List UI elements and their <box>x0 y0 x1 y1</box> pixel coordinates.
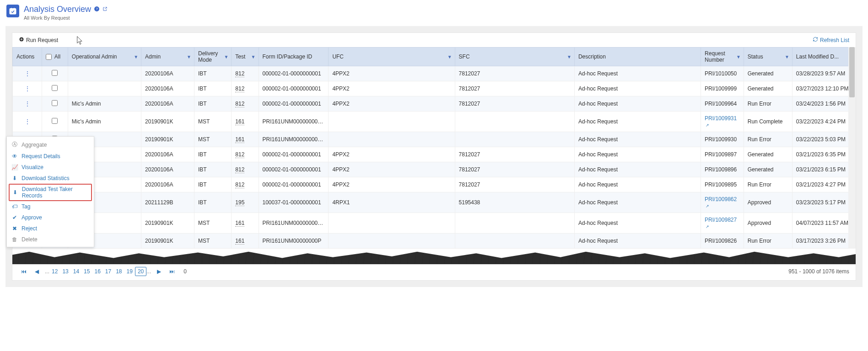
row-checkbox[interactable] <box>52 118 58 124</box>
col-last-modified[interactable]: Last Modified D...▼ <box>792 48 855 66</box>
test-link[interactable]: 195 <box>235 199 244 206</box>
menu-delete[interactable]: 🗑 Delete <box>7 234 94 245</box>
cell-request-number: PRI/1009826 <box>701 234 744 249</box>
test-link[interactable]: 812 <box>235 101 244 107</box>
request-number-link[interactable]: PRI/1009862↗ <box>705 196 737 209</box>
pager-next[interactable]: ▶ <box>155 267 163 276</box>
filter-icon[interactable]: ▼ <box>736 54 741 59</box>
menu-download-test-taker-records[interactable]: ⬇ Download Test Taker Records <box>9 184 92 201</box>
pager-page[interactable]: 13 <box>60 267 70 276</box>
pager-page[interactable]: 19 <box>124 267 135 276</box>
cell-status: Run Error <box>744 96 792 112</box>
pager-page[interactable]: 17 <box>103 267 113 276</box>
col-admin[interactable]: Admin▼ <box>141 48 194 66</box>
row-actions-button[interactable]: ⋮ <box>13 66 42 81</box>
pager-page[interactable]: 18 <box>113 267 124 276</box>
menu-reject[interactable]: ✖ Reject <box>7 223 94 234</box>
test-link[interactable]: 812 <box>235 70 244 77</box>
popout-icon[interactable] <box>102 6 108 13</box>
help-icon[interactable]: ? <box>94 6 100 13</box>
row-checkbox[interactable] <box>52 85 58 91</box>
pager-page[interactable]: 20 <box>135 267 146 276</box>
cell-test: 812 <box>232 66 259 81</box>
col-all[interactable]: All <box>42 48 68 66</box>
test-link[interactable]: 161 <box>235 220 244 227</box>
cell-last-modified: 03/27/2023 12:10 PM <box>792 81 855 96</box>
cell-form: 000002-01-0000000001 <box>259 162 329 177</box>
menu-visualize[interactable]: 📈 Visualize <box>7 162 94 173</box>
filter-icon[interactable]: ▼ <box>447 54 452 59</box>
test-link[interactable]: 161 <box>235 238 244 245</box>
cell-admin: 20200106A <box>141 177 194 192</box>
filter-icon[interactable]: ▼ <box>187 54 191 59</box>
col-status[interactable]: Status▼ <box>744 48 792 66</box>
pager-last[interactable]: ⏭ <box>167 267 177 276</box>
cell-delivery: IBT <box>194 192 231 213</box>
scrollbar-thumb[interactable] <box>849 47 855 97</box>
run-request-button[interactable]: Run Request <box>19 37 58 43</box>
cell-ufc <box>329 213 455 234</box>
col-description[interactable]: Description <box>574 48 701 66</box>
col-test[interactable]: Test▼ <box>232 48 259 66</box>
cell-form: PRI161UNM00000000PKG001 <box>259 112 329 132</box>
col-form[interactable]: Form ID/Package ID <box>259 48 329 66</box>
test-link[interactable]: 161 <box>235 136 244 143</box>
test-link[interactable]: 812 <box>235 85 244 92</box>
menu-request-details[interactable]: 👁 Request Details <box>7 151 94 162</box>
cell-sfc <box>455 213 574 234</box>
kebab-icon: ⋮ <box>25 118 30 125</box>
row-checkbox[interactable] <box>52 100 58 106</box>
row-actions-button[interactable]: ⋮ <box>13 81 42 96</box>
grid-wrap: Actions All Operational Admin▼ Admin▼ De… <box>12 47 856 249</box>
filter-icon[interactable]: ▼ <box>251 54 256 59</box>
col-request-number[interactable]: Request Number▼ <box>701 48 744 66</box>
test-link[interactable]: 812 <box>235 166 244 173</box>
cell-desc: Ad-hoc Request <box>574 213 701 234</box>
pager-page[interactable]: 12 <box>49 267 60 276</box>
menu-aggregate[interactable]: Ⓐ Aggregate <box>7 138 94 151</box>
cell-status: Generated <box>744 66 792 81</box>
cell-last-modified: 04/07/2023 11:57 AM <box>792 213 855 234</box>
cell-request-number: PRI/1009931↗ <box>701 112 744 132</box>
filter-icon[interactable]: ▼ <box>134 54 138 59</box>
vertical-scrollbar[interactable] <box>848 47 856 249</box>
pager-page[interactable]: 16 <box>92 267 102 276</box>
pager-prev[interactable]: ◀ <box>32 267 41 276</box>
table-row: ⋮AIV20190901KMST161PRI161UNM00000000PAd-… <box>13 234 856 249</box>
test-link[interactable]: 812 <box>235 151 244 158</box>
menu-approve[interactable]: ✔ Approve <box>7 212 94 223</box>
filter-icon[interactable]: ▼ <box>567 54 571 59</box>
filter-icon[interactable]: ▼ <box>224 54 228 59</box>
cell-ufc: 4RPX1 <box>329 192 455 213</box>
cell-last-modified: 03/23/2023 5:17 PM <box>792 192 855 213</box>
refresh-list-link[interactable]: Refresh List <box>813 37 849 43</box>
test-link[interactable]: 161 <box>235 118 244 125</box>
pager-page[interactable]: 14 <box>71 267 81 276</box>
test-link[interactable]: 812 <box>235 181 244 188</box>
col-ufc[interactable]: UFC▼ <box>329 48 455 66</box>
col-sfc[interactable]: SFC▼ <box>455 48 574 66</box>
select-all-checkbox[interactable] <box>46 54 52 60</box>
external-link-icon: ↗ <box>706 224 709 229</box>
request-number-link[interactable]: PRI/1009931↗ <box>705 115 737 128</box>
cell-form: 000002-01-0000000001 <box>259 147 329 162</box>
filter-icon[interactable]: ▼ <box>785 54 789 59</box>
menu-tag[interactable]: 🏷 Tag <box>7 201 94 212</box>
row-actions-button[interactable]: ⋮ <box>13 112 42 132</box>
cell-sfc: 7812027 <box>455 66 574 81</box>
cell-request-number: PRI/1009930 <box>701 132 744 147</box>
col-op-admin[interactable]: Operational Admin▼ <box>68 48 141 66</box>
row-checkbox[interactable] <box>52 70 58 76</box>
col-delivery[interactable]: Delivery Mode▼ <box>194 48 231 66</box>
row-actions-button[interactable]: ⋮ <box>13 96 42 112</box>
request-number-link[interactable]: PRI/1009827↗ <box>705 217 737 229</box>
pager-page[interactable]: 15 <box>81 267 92 276</box>
cell-admin: 20200106A <box>141 66 194 81</box>
col-actions[interactable]: Actions <box>13 48 42 66</box>
table-row: ⋮Admin20190901KMST161PRI161UNM00000000PK… <box>13 132 856 147</box>
cell-op-admin: Mic's Admin <box>68 112 141 132</box>
pager-first[interactable]: ⏮ <box>19 267 29 276</box>
check-circle-icon: ✔ <box>11 214 18 221</box>
cell-form: 000002-01-0000000001 <box>259 96 329 112</box>
menu-download-statistics[interactable]: ⬇ Download Statistics <box>7 173 94 184</box>
